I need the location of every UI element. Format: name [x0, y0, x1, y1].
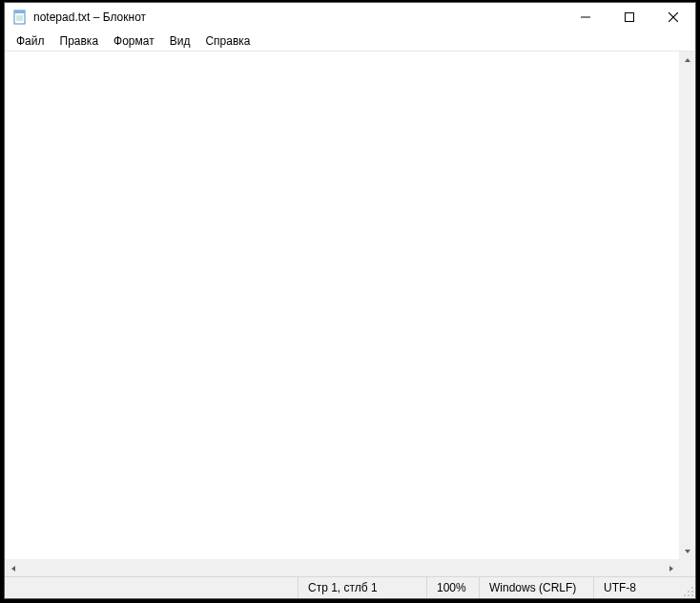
menu-view[interactable]: Вид [162, 32, 198, 50]
menubar: Файл Правка Формат Вид Справка [5, 31, 695, 52]
svg-point-15 [688, 591, 690, 593]
statusbar: Стр 1, стлб 1 100% Windows (CRLF) UTF-8 [5, 576, 695, 598]
vertical-scrollbar[interactable] [679, 52, 695, 559]
status-encoding: UTF-8 [593, 577, 679, 598]
svg-rect-6 [626, 13, 634, 22]
svg-marker-11 [11, 566, 15, 572]
horizontal-scrollbar[interactable] [5, 560, 695, 576]
vertical-scroll-track[interactable] [679, 68, 695, 543]
svg-point-16 [691, 594, 693, 596]
svg-point-14 [691, 591, 693, 593]
scroll-right-arrow-icon[interactable] [663, 560, 679, 576]
svg-marker-10 [685, 550, 690, 553]
horizontal-scroll-track[interactable] [21, 560, 663, 576]
svg-marker-12 [669, 566, 673, 572]
content-area [5, 52, 695, 576]
menu-help[interactable]: Справка [197, 32, 257, 50]
svg-point-17 [688, 594, 690, 596]
svg-rect-1 [14, 10, 25, 13]
menu-edit[interactable]: Правка [52, 32, 107, 50]
notepad-window: notepad.txt – Блокнот Файл Правка Формат… [4, 2, 696, 599]
maximize-button[interactable] [607, 3, 651, 31]
scroll-left-arrow-icon[interactable] [5, 560, 21, 576]
minimize-button[interactable] [564, 3, 607, 31]
scroll-corner [679, 560, 695, 576]
status-line-ending: Windows (CRLF) [479, 577, 593, 598]
titlebar[interactable]: notepad.txt – Блокнот [5, 3, 695, 31]
svg-marker-9 [685, 58, 690, 62]
menu-file[interactable]: Файл [9, 32, 52, 50]
window-title: notepad.txt – Блокнот [33, 10, 146, 24]
scroll-down-arrow-icon[interactable] [679, 543, 695, 559]
resize-grip-icon[interactable] [679, 577, 695, 598]
close-button[interactable] [651, 3, 695, 31]
svg-point-18 [684, 594, 686, 596]
notepad-app-icon [12, 10, 28, 25]
scroll-up-arrow-icon[interactable] [679, 52, 695, 68]
status-zoom: 100% [426, 577, 479, 598]
svg-point-13 [691, 587, 693, 589]
menu-format[interactable]: Формат [106, 32, 162, 50]
status-cursor-position: Стр 1, стлб 1 [298, 577, 426, 598]
text-editor[interactable] [5, 52, 679, 559]
